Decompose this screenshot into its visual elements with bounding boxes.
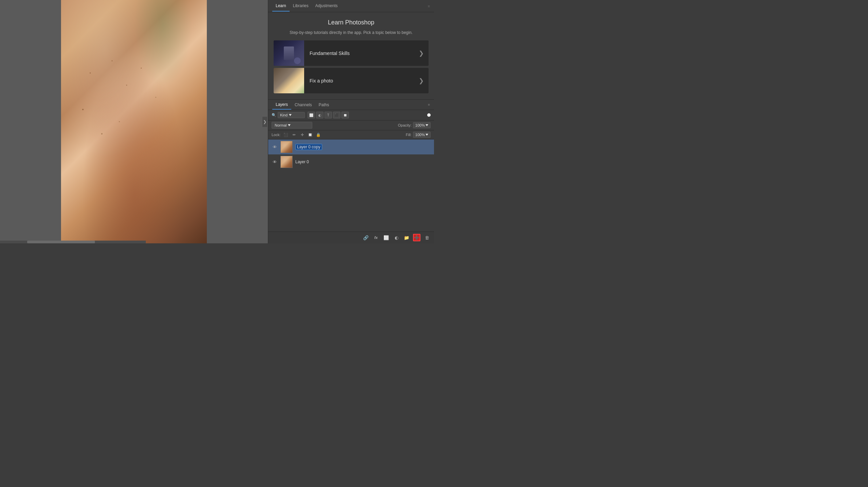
fx-label: fx bbox=[374, 236, 378, 240]
layer-1-visibility-button[interactable]: 👁 bbox=[272, 159, 278, 165]
layer-item-1[interactable]: 👁 Layer 0 bbox=[268, 154, 434, 169]
learn-card-fix-photo[interactable]: Fix a photo ❯ bbox=[274, 68, 429, 93]
lock-row: Lock: ⬛ ✏ ✛ 🔲 🔒 Fill: 100% bbox=[268, 130, 434, 139]
lock-artboard-button[interactable]: 🔲 bbox=[307, 132, 314, 138]
fill-label: Fill: bbox=[406, 133, 412, 137]
right-panel: Learn Libraries Adjustments ≡ Learn Phot… bbox=[268, 0, 434, 243]
layers-section: Layers Channels Paths ≡ 🔍 Kind ⬜ ◐ T ⬛ 🔲 bbox=[268, 100, 434, 243]
layer-0-visibility-button[interactable]: 👁 bbox=[272, 144, 278, 150]
learn-card-fundamental[interactable]: Fundamental Skills ❯ bbox=[274, 40, 429, 66]
fundamental-thumbnail bbox=[274, 40, 304, 66]
new-group-button[interactable]: 📁 bbox=[403, 234, 410, 241]
filter-smart-icon[interactable]: 🔲 bbox=[341, 112, 349, 118]
layer-1-thumb-image bbox=[281, 156, 292, 168]
layer-0-name[interactable]: Layer 0 copy bbox=[295, 145, 431, 149]
lock-pixels-button[interactable]: ⬛ bbox=[282, 132, 289, 138]
lock-all-button[interactable]: 🔒 bbox=[315, 132, 322, 138]
layer-0-thumbnail bbox=[280, 141, 293, 153]
panel-tabs: Learn Libraries Adjustments ≡ bbox=[268, 0, 434, 12]
canvas-area: ❯ bbox=[0, 0, 268, 243]
blend-opacity-row: Normal Opacity: 100% bbox=[268, 120, 434, 130]
kind-dropdown[interactable]: Kind bbox=[278, 112, 305, 118]
canvas-image bbox=[61, 0, 207, 243]
lock-image-button[interactable]: ✏ bbox=[291, 132, 297, 138]
add-style-button[interactable]: fx bbox=[372, 234, 380, 241]
canvas-scroll-thumb[interactable] bbox=[27, 241, 95, 243]
filter-icons: ⬜ ◐ T ⬛ 🔲 bbox=[308, 112, 349, 118]
link-layers-button[interactable]: 🔗 bbox=[362, 234, 370, 241]
fill-row: Fill: 100% bbox=[406, 132, 431, 138]
tab-learn[interactable]: Learn bbox=[272, 1, 290, 12]
layer-0-name-text[interactable]: Layer 0 copy bbox=[295, 144, 322, 150]
filter-toggle-dot[interactable] bbox=[427, 113, 431, 117]
canvas-nav-arrow[interactable]: ❯ bbox=[262, 117, 267, 127]
learn-subtitle: Step-by-step tutorials directly in the a… bbox=[274, 30, 429, 36]
opacity-chevron-icon bbox=[426, 124, 428, 126]
layers-tabs: Layers Channels Paths ≡ bbox=[268, 100, 434, 110]
learn-section: Learn Photoshop Step-by-step tutorials d… bbox=[268, 12, 434, 100]
new-layer-button[interactable]: ➕ bbox=[413, 234, 420, 241]
fill-input[interactable]: 100% bbox=[413, 132, 431, 138]
tab-channels[interactable]: Channels bbox=[291, 100, 315, 109]
kind-label: Kind bbox=[280, 113, 288, 117]
kind-chevron-icon bbox=[289, 114, 292, 116]
filter-adjustment-icon[interactable]: ◐ bbox=[316, 112, 323, 118]
opacity-input[interactable]: 100% bbox=[413, 122, 431, 128]
layer-1-name: Layer 0 bbox=[295, 160, 431, 164]
opacity-label: Opacity: bbox=[398, 123, 412, 127]
fill-value-text: 100% bbox=[415, 133, 425, 137]
blend-mode-chevron-icon bbox=[288, 124, 291, 126]
adjustment-button[interactable]: ◐ bbox=[393, 234, 400, 241]
fundamental-arrow-icon: ❯ bbox=[419, 50, 429, 57]
layer-1-thumbnail bbox=[280, 156, 293, 168]
filter-type-icon[interactable]: T bbox=[324, 112, 332, 118]
learn-title: Learn Photoshop bbox=[274, 19, 429, 26]
fix-photo-label: Fix a photo bbox=[304, 78, 419, 83]
add-mask-button[interactable]: ⬜ bbox=[382, 234, 390, 241]
lock-position-button[interactable]: ✛ bbox=[299, 132, 305, 138]
search-icon: 🔍 bbox=[272, 113, 276, 117]
fill-chevron-icon bbox=[426, 134, 428, 136]
tab-libraries[interactable]: Libraries bbox=[290, 1, 312, 12]
panel-tab-menu[interactable]: ≡ bbox=[428, 4, 430, 8]
canvas-scrollbar-h[interactable] bbox=[0, 241, 146, 243]
layer-filter-row: 🔍 Kind ⬜ ◐ T ⬛ 🔲 bbox=[268, 110, 434, 120]
blend-mode-value: Normal bbox=[275, 123, 287, 127]
layer-1-name-text: Layer 0 bbox=[295, 160, 309, 164]
layer-0-thumb-image bbox=[281, 141, 292, 153]
layers-panel-menu[interactable]: ≡ bbox=[428, 103, 430, 107]
opacity-row: Opacity: 100% bbox=[398, 122, 431, 128]
lock-icons: ⬛ ✏ ✛ 🔲 🔒 bbox=[282, 132, 322, 138]
fix-photo-arrow-icon: ❯ bbox=[419, 77, 429, 85]
filter-pixel-icon[interactable]: ⬜ bbox=[308, 112, 315, 118]
tab-paths[interactable]: Paths bbox=[315, 100, 333, 109]
fix-photo-thumbnail bbox=[274, 68, 304, 93]
tab-adjustments[interactable]: Adjustments bbox=[312, 1, 341, 12]
lock-label: Lock: bbox=[272, 133, 280, 137]
tab-layers[interactable]: Layers bbox=[272, 100, 291, 110]
layer-item-0[interactable]: 👁 Layer 0 copy bbox=[268, 139, 434, 154]
fundamental-label: Fundamental Skills bbox=[304, 51, 419, 56]
delete-layer-button[interactable]: 🗑 bbox=[423, 234, 431, 241]
blend-mode-dropdown[interactable]: Normal bbox=[272, 122, 312, 129]
layers-toolbar: 🔗 fx ⬜ ◐ 📁 ➕ 🗑 bbox=[268, 231, 434, 243]
filter-shape-icon[interactable]: ⬛ bbox=[333, 112, 340, 118]
opacity-value-text: 100% bbox=[415, 123, 425, 127]
layers-list: 👁 Layer 0 copy 👁 Layer 0 bbox=[268, 139, 434, 231]
